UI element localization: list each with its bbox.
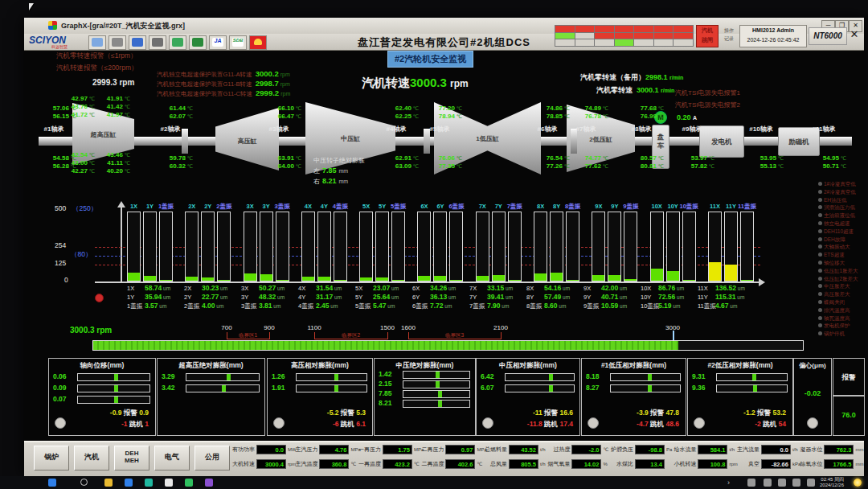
value-column-9: 9X42.00 um9Y40.71 um9盖振10.59 um [583, 284, 640, 310]
alarm-cell-r2c0[interactable] [555, 39, 575, 47]
bar-group-8: 8X8Y8盖振 [534, 213, 579, 281]
panel-title-6: #2低压相对膨胀(mm) [688, 361, 792, 371]
search-icon[interactable] [80, 479, 88, 486]
turbine-trip-button[interactable]: 汽机 跳闸 [696, 25, 719, 47]
windows-taskbar: 02:45 周四 2024/12/26 › [0, 476, 868, 489]
folder-icon[interactable] [104, 479, 113, 487]
bar-label-6盖振: 6盖振 [448, 203, 464, 211]
readout-top-1: 主汽压力 4.76 MPa [295, 445, 358, 456]
readout-top-7: 给水流量 584.1 t/h [674, 445, 736, 456]
globe-icon[interactable] [145, 479, 153, 487]
monitor-icon[interactable] [778, 479, 786, 487]
vibration-bar-3盖振: 3盖振 [276, 212, 289, 281]
alarm-indicator-14: 高压胀差大 [818, 291, 863, 298]
brightness-icon[interactable] [807, 479, 815, 487]
alarm-cell-r2c5[interactable] [653, 39, 674, 47]
operator-icon[interactable] [129, 35, 146, 50]
bar-fill-11盖振 [741, 280, 753, 281]
bearing-temps-bottom-4: 76.06 ℃77.35 ℃ [416, 154, 462, 171]
monitor-icon[interactable] [169, 35, 186, 50]
sdb-logo-icon[interactable]: SDB [229, 35, 247, 50]
alarm-cell-r2c6[interactable] [673, 39, 694, 47]
readout-top-4: 总燃料量 43.52 t/h [484, 445, 547, 456]
vibration-bar-9盖振: 9盖振 [624, 212, 637, 281]
bar-label-1Y: 1Y [146, 203, 154, 210]
panel-marker-2-0 [334, 374, 338, 380]
panel-alarm-limits-4: -11 报警 16.6 [533, 409, 573, 418]
alarm-indicator-15: 蝶阀关闭 [818, 299, 863, 306]
panel-dot-7[interactable] [807, 417, 818, 429]
chevron-icon[interactable]: › [727, 479, 735, 487]
keyboard-icon[interactable] [792, 479, 800, 487]
bar-label-2X: 2X [188, 203, 195, 210]
ip-rotor-expansion: 中压转子绝对膨胀左7.85mm右8.21mm [313, 156, 365, 187]
bearing-temps-top-7: 77.68 ℃76.99 ℃ [617, 105, 664, 121]
readout-column-9: 凝器水位 762.3 mm除氧水位 1766.5 mm [800, 442, 862, 475]
disk-icon[interactable] [108, 35, 126, 50]
status-button-锅炉[interactable]: 锅炉 [34, 446, 69, 471]
panel-alarm-limits-2: -5.2 报警 5.3 [327, 409, 366, 418]
bearing-label-8: #9轴承 [673, 125, 711, 134]
bar-label-8Y: 8Y [553, 203, 560, 210]
vibration-bar-11Y: 11Y [724, 212, 738, 281]
status-button-汽机[interactable]: 汽机 [74, 446, 109, 471]
panel-row-0-0: 0.06 [53, 372, 150, 380]
store-icon[interactable] [185, 479, 193, 487]
alarm-cell-r2c2[interactable] [594, 39, 615, 47]
panel-4: 中压相对膨胀(mm)6.426.07-11 报警 16.6-11.8 跳机 17… [476, 358, 580, 436]
bar-group-11: 11X11Y11盖振 [708, 213, 754, 281]
bar-fill-4盖振 [334, 280, 346, 281]
readout-column-5: 过热度 -2.0 ℃烟气氧量 14.02 % [547, 442, 610, 475]
machine-icon[interactable] [149, 35, 166, 50]
panel-dot-0[interactable] [55, 417, 66, 429]
speed-band-readout: 3000.3 rpm [70, 326, 112, 335]
side-alarm-value: 76.0 [833, 395, 865, 436]
bar-label-10盖振: 10盖振 [680, 203, 698, 211]
value-column-5: 5X23.07 um5Y25.64 um5盖振5.47 um [355, 284, 411, 310]
bar-fill-5Y [376, 277, 388, 281]
panel-row-2-0: 1.26 [272, 372, 367, 380]
mail-icon[interactable] [205, 479, 213, 487]
users-icon[interactable] [88, 35, 106, 50]
operate-record-button[interactable]: 操作 记录 [720, 27, 738, 44]
bar-fill-5盖振 [392, 280, 404, 281]
panel-dot-5[interactable] [588, 417, 599, 429]
alarm-cell-r2c3[interactable] [614, 39, 635, 47]
status-button-电气[interactable]: 电气 [154, 446, 190, 471]
panel-dot-6[interactable] [694, 417, 705, 429]
vibration-bar-7盖振: 7盖振 [508, 212, 522, 281]
speaker-icon[interactable] [747, 479, 755, 487]
bearing-label-0: #1轴承 [35, 125, 73, 134]
ytick-aux-250: （250） [72, 204, 97, 214]
alarm-bell-icon[interactable] [249, 35, 267, 50]
exit-button[interactable]: ✕ [847, 27, 862, 43]
status-button-DEH-MEH[interactable]: DEHMEH [114, 446, 149, 471]
browser-icon[interactable] [125, 479, 133, 487]
files-icon[interactable] [165, 479, 173, 487]
brightness-icon[interactable] [854, 479, 862, 487]
bar-fill-3盖振 [276, 280, 289, 281]
taskbar-clock[interactable]: 02:45 周四 2024/12/26 [820, 477, 844, 488]
bar-label-11X: 11X [710, 203, 720, 210]
panel-dot-2[interactable] [273, 417, 285, 429]
ja-logo-icon[interactable]: JA [209, 35, 227, 50]
book-icon[interactable] [189, 35, 207, 50]
phone-icon[interactable] [764, 479, 772, 487]
critical-zone-label-3: 临界区3 [445, 332, 464, 339]
nt6000-brand: NT6000 [809, 27, 847, 45]
bar-label-4Y: 4Y [321, 203, 328, 210]
start-icon[interactable] [48, 479, 56, 487]
window-title: GraphX-[gra/#20T_汽机安全监视.grx] [61, 21, 185, 31]
status-button-公用[interactable]: 公用 [194, 446, 230, 471]
speed-alarm-label: 汽机转速报警（≤200rpm） [56, 64, 138, 73]
panel-dot-4[interactable] [482, 417, 493, 429]
panel-row-0-1: 0.09 [53, 384, 150, 392]
page-tab-turbine-safety[interactable]: #2汽轮机安全监视 [387, 51, 473, 68]
alarm-cell-r2c1[interactable] [575, 39, 596, 47]
panel-marker-3-3 [438, 401, 442, 407]
alarm-indicator-13: 中压胀差大 [818, 283, 863, 290]
panel-marker-3-0 [436, 372, 440, 378]
vibration-bar-8盖振: 8盖振 [566, 212, 579, 281]
speed-tick-1100: 1100 [307, 324, 321, 331]
alarm-cell-r2c4[interactable] [633, 39, 654, 47]
